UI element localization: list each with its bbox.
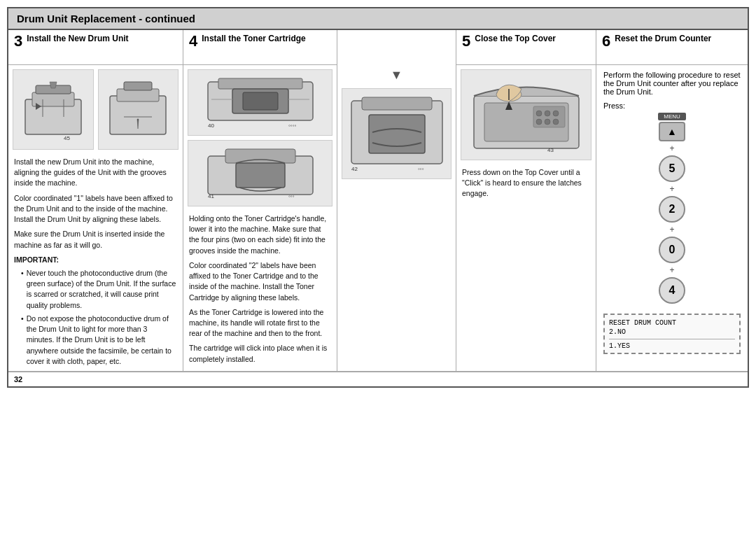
step5-header: 5 Close the Top Cover — [456, 30, 596, 65]
plus-1: + — [669, 143, 674, 153]
top-cover-sketch: 43 — [470, 75, 582, 155]
svg-point-39 — [553, 119, 559, 125]
svg-text:◦◦◦: ◦◦◦ — [288, 193, 295, 199]
step4-image-bottom: 42 ◦◦◦ — [342, 88, 451, 179]
step5-image: 43 — [461, 69, 592, 160]
svg-rect-1 — [32, 92, 74, 106]
step3-images: 45 — [8, 65, 183, 154]
svg-point-37 — [536, 119, 542, 125]
bullet-dot-2: • — [21, 314, 24, 367]
toner-sketch-top: 40 ◦◦◦◦ — [204, 75, 316, 131]
step4-para2: Color coordinated "2" labels have been a… — [189, 260, 331, 303]
button-5: 5 — [659, 155, 685, 182]
step3-para2: Color coordinated "1" labels have been a… — [14, 193, 177, 225]
step6-title: Reset the Drum Counter — [615, 34, 711, 45]
step6-number: 6 — [602, 34, 610, 49]
step6-description: Perform the following procedure to reset… — [603, 71, 741, 96]
drum-sketch-right — [106, 78, 169, 141]
down-arrow: ▼ — [337, 65, 456, 85]
svg-text:◦◦◦◦: ◦◦◦◦ — [288, 122, 297, 129]
step3-para3: Make sure the Drum Unit is inserted insi… — [14, 229, 177, 250]
step3-important-label: IMPORTANT: — [14, 255, 177, 265]
reset-box-line1: RESET DRUM COUNT — [609, 319, 735, 327]
svg-rect-9 — [117, 89, 159, 101]
step3-body: Install the new Drum Unit into the machi… — [8, 154, 183, 371]
page-footer: 32 — [8, 372, 748, 386]
svg-rect-16 — [243, 92, 278, 110]
column-step6: 6 Reset the Drum Counter Perform the fol… — [596, 30, 748, 371]
step4-para4: The cartridge will click into place when… — [189, 343, 331, 364]
step4-image-top: 40 ◦◦◦◦ — [188, 69, 332, 136]
step5-para1: Press down on the Top Cover until a "Cli… — [462, 167, 590, 199]
step5-number: 5 — [462, 34, 470, 49]
svg-rect-22 — [225, 149, 295, 163]
step6-inner: Perform the following procedure to reset… — [596, 65, 748, 360]
step3-bullet1: • Never touch the photoconductive drum (… — [21, 268, 177, 311]
svg-rect-10 — [124, 82, 152, 90]
menu-button-label: MENU — [658, 113, 686, 120]
svg-marker-5 — [50, 82, 57, 88]
step3-bullet2: • Do not expose the photoconductive drum… — [21, 314, 177, 367]
step4-body: Holding onto the Toner Cartridge's handl… — [183, 211, 337, 369]
svg-point-36 — [553, 111, 559, 116]
button-diagram: MENU ▲ + 5 + 2 + 0 + 4 — [648, 113, 696, 305]
svg-text:41: 41 — [208, 193, 214, 199]
svg-rect-23 — [236, 163, 285, 188]
plus-3: + — [669, 225, 674, 234]
menu-section: MENU ▲ — [658, 113, 686, 143]
drum-sketch-left: 45 — [22, 78, 85, 141]
svg-point-35 — [545, 111, 550, 116]
step3-image-right — [98, 69, 179, 150]
button-2: 2 — [659, 196, 685, 223]
toner-sketch-bottom: 42 ◦◦◦ — [348, 94, 446, 174]
step4-title: Install the Toner Cartridge — [202, 34, 305, 45]
step3-image-left: 45 — [13, 69, 94, 150]
step4-header: 4 Install the Toner Cartridge — [183, 30, 337, 65]
press-label: Press: — [603, 101, 741, 110]
step5-title: Close the Top Cover — [475, 34, 556, 45]
step3-header: 3 Install the New Drum Unit — [8, 30, 183, 65]
svg-rect-27 — [362, 97, 432, 110]
button-0: 0 — [659, 237, 685, 263]
step4-para1: Holding onto the Toner Cartridge's handl… — [189, 213, 331, 256]
column-step4b: 4 Install the Toner Cartridge ▼ 42 ◦◦◦ — [337, 30, 456, 371]
step3-para1: Install the new Drum Unit into the machi… — [14, 157, 177, 189]
button-4: 4 — [659, 277, 685, 304]
svg-text:42: 42 — [351, 166, 358, 172]
svg-rect-14 — [218, 78, 302, 89]
step3-number: 3 — [14, 34, 22, 49]
svg-rect-28 — [369, 115, 425, 153]
svg-text:43: 43 — [547, 147, 554, 153]
column-step4: 4 Install the Toner Cartridge 40 ◦◦◦◦ — [183, 30, 337, 371]
step4-number: 4 — [189, 34, 197, 49]
step5-body: Press down on the Top Cover until a "Cli… — [456, 164, 596, 204]
step3-title: Install the New Drum Unit — [27, 34, 128, 45]
columns-row: 3 Install the New Drum Unit 45 — [8, 30, 748, 372]
svg-point-38 — [545, 119, 550, 125]
svg-point-34 — [536, 111, 542, 116]
column-step3: 3 Install the New Drum Unit 45 — [8, 30, 183, 371]
step4-image-mid: 41 ◦◦◦ — [188, 140, 332, 206]
bullet-dot-1: • — [21, 268, 24, 311]
reset-box: RESET DRUM COUNT 2.NO 1.YES — [603, 314, 741, 354]
plus-4: + — [669, 265, 674, 275]
toner-sketch-mid: 41 ◦◦◦ — [204, 146, 316, 202]
page-container: Drum Unit Replacement - continued 3 Inst… — [7, 7, 749, 388]
up-arrow-button: ▲ — [659, 122, 685, 141]
plus-2: + — [669, 184, 674, 194]
step4-para3: As the Toner Cartridge is lowered into t… — [189, 307, 331, 339]
step6-header: 6 Reset the Drum Counter — [596, 30, 748, 65]
reset-box-line2: 2.NO — [609, 328, 735, 336]
column-step5: 5 Close the Top Cover — [456, 30, 596, 371]
svg-text:45: 45 — [64, 135, 70, 141]
svg-text:40: 40 — [208, 122, 214, 129]
page-title: Drum Unit Replacement - continued — [8, 8, 748, 30]
svg-text:◦◦◦: ◦◦◦ — [418, 166, 424, 172]
reset-box-yes: 1.YES — [609, 339, 735, 350]
page-number: 32 — [14, 375, 22, 384]
